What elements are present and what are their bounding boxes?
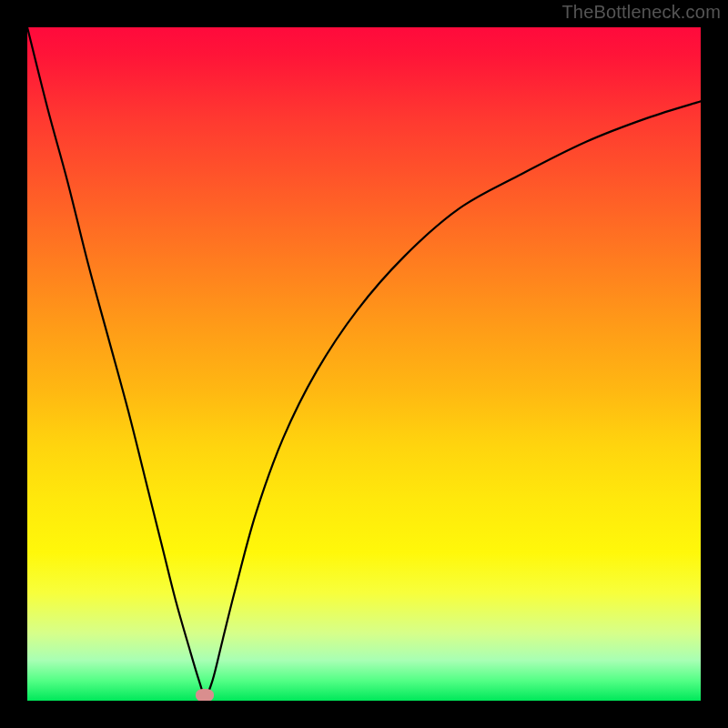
bottleneck-curve [27, 27, 701, 695]
plot-area [27, 27, 701, 701]
watermark-text: TheBottleneck.com [561, 2, 721, 23]
chart-frame: TheBottleneck.com [0, 0, 728, 728]
optimal-point-marker [196, 689, 214, 701]
curve-svg [27, 27, 701, 701]
